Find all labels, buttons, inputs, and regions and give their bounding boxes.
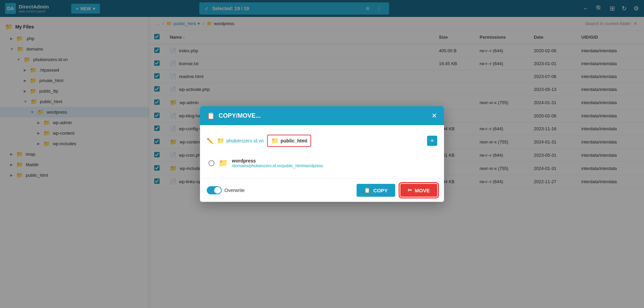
selected-folder-icon: 📁 — [271, 137, 279, 145]
move-button[interactable]: ✂ MOVE — [400, 184, 437, 197]
path-parent-folder[interactable]: 📁 phukienzero.id.vn — [217, 137, 264, 145]
modal-header: 📋 COPY/MOVE... ✕ — [200, 106, 444, 125]
copy-button-label: COPY — [373, 188, 388, 193]
modal-bottom: Overwrite 📋 COPY ✂ MOVE — [200, 178, 444, 202]
plus-icon: + — [430, 137, 434, 145]
folder-list-icon: 📁 — [219, 159, 228, 168]
overwrite-label: Overwrite — [224, 188, 245, 193]
path-edit-icon[interactable]: ✏️ — [207, 138, 214, 144]
overwrite-toggle: Overwrite — [207, 186, 245, 194]
modal-overlay[interactable]: 📋 COPY/MOVE... ✕ ✏️ 📁 phukienzero.id.vn … — [0, 0, 644, 308]
copy-button[interactable]: 📋 COPY — [357, 184, 395, 197]
parent-folder-icon: 📁 — [217, 137, 224, 145]
folder-list-item: 📁 wordpress /domains/phukienzero.id.vn/p… — [207, 155, 437, 172]
path-selected-folder[interactable]: 📁 public_html — [267, 135, 311, 147]
folder-list-details: wordpress /domains/phukienzero.id.vn/pub… — [232, 158, 323, 168]
folder-list-path: /domains/phukienzero.id.vn/public_html/w… — [232, 163, 323, 168]
modal-title: COPY/MOVE... — [219, 112, 428, 119]
path-row: ✏️ 📁 phukienzero.id.vn 📁 public_html + — [207, 132, 437, 150]
toggle-switch[interactable] — [207, 186, 222, 194]
copy-btn-icon: 📋 — [364, 187, 370, 193]
modal-close-button[interactable]: ✕ — [431, 112, 437, 120]
copy-move-modal: 📋 COPY/MOVE... ✕ ✏️ 📁 phukienzero.id.vn … — [200, 106, 444, 202]
copy-icon: 📋 — [207, 112, 215, 120]
move-btn-icon: ✂ — [408, 187, 412, 193]
move-button-label: MOVE — [415, 188, 430, 193]
folder-list-name: wordpress — [232, 158, 323, 163]
path-parent-label: phukienzero.id.vn — [226, 138, 264, 143]
path-selected-label: public_html — [281, 138, 307, 143]
folder-radio[interactable] — [208, 160, 215, 166]
path-plus-button[interactable]: + — [427, 136, 437, 146]
modal-body: ✏️ 📁 phukienzero.id.vn 📁 public_html + 📁 — [200, 125, 444, 178]
toggle-knob — [214, 187, 221, 194]
